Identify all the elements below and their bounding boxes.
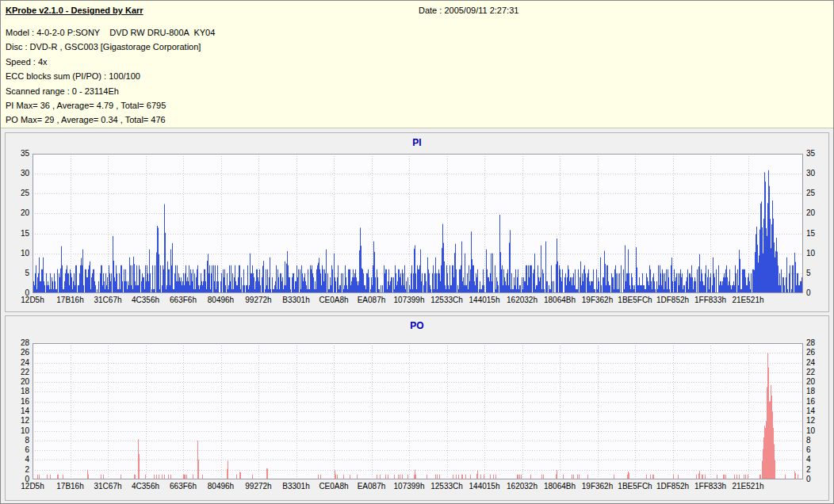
x-axis-tick-label: 663F6h	[170, 482, 197, 491]
y-axis-tick-label: 24	[806, 358, 815, 367]
y-axis-tick-label: 18	[7, 387, 29, 395]
y-axis-tick-label: 18	[806, 387, 815, 395]
y-axis-tick-label: 20	[806, 208, 815, 217]
x-axis-tick-label: 17B16h	[56, 296, 83, 304]
y-axis-tick-label: 22	[7, 368, 29, 376]
y-axis-tick-label: 30	[806, 169, 815, 178]
x-axis-tick-label: 4C356h	[132, 482, 159, 491]
x-axis-tick-label: 19F362h	[582, 482, 613, 491]
y-axis-tick-label: 8	[806, 436, 811, 445]
x-axis-tick-label: 1DF852h	[656, 296, 689, 304]
pi-plot-canvas	[33, 154, 803, 293]
y-axis-tick-label: 5	[806, 269, 811, 277]
y-axis-tick-label: 20	[806, 377, 815, 386]
y-axis-tick-label: 6	[7, 445, 29, 454]
x-axis-tick-label: 144015h	[469, 482, 500, 491]
scan-info-line: PI Max= 36 , Average= 4.79 , Total= 6795	[6, 98, 215, 113]
scan-info-line: Scanned range : 0 - 23114Eh	[6, 84, 215, 98]
y-axis-tick-label: 16	[806, 397, 815, 406]
x-axis-tick-label: 19F362h	[582, 296, 613, 304]
y-axis-tick-label: 16	[7, 397, 29, 406]
y-axis-tick-label: 26	[806, 348, 815, 357]
y-axis-tick-label: 10	[7, 249, 29, 258]
scan-info-panel: KProbe v2.1.0 - Designed by Karr Date : …	[1, 1, 833, 128]
y-axis-tick-label: 4	[7, 455, 29, 464]
x-axis-tick-label: 18064Bh	[544, 482, 576, 491]
x-axis-tick-label: 1BE5FCh	[618, 482, 652, 491]
x-axis-tick-label: 162032h	[507, 296, 538, 304]
x-axis-tick-label: 1DF852h	[656, 482, 689, 491]
x-axis-tick-label: 107399h	[394, 296, 425, 304]
x-axis-tick-label: B3301h	[282, 482, 309, 491]
y-axis-tick-label: 25	[7, 189, 29, 197]
x-axis-tick-label: 1FF833h	[694, 296, 726, 304]
x-axis-tick-label: 31C67h	[94, 296, 121, 304]
y-axis-tick-label: 22	[806, 368, 815, 376]
x-axis-tick-label: 162032h	[507, 482, 538, 491]
x-axis-tick-label: 1FF833h	[694, 482, 726, 491]
y-axis-tick-label: 35	[806, 149, 815, 158]
x-axis-tick-label: 12533Ch	[430, 482, 463, 491]
y-axis-tick-label: 35	[7, 149, 29, 158]
y-axis-tick-label: 10	[7, 426, 29, 435]
x-axis-tick-label: 31C67h	[94, 482, 121, 491]
po-plot-area: 0022446688101012121414161618182020222224…	[6, 316, 828, 500]
y-axis-tick-label: 14	[7, 407, 29, 415]
pi-plot-area: 005510101515202025253030353512D5h17B16h3…	[6, 133, 828, 311]
y-axis-tick-label: 10	[806, 249, 815, 258]
x-axis-tick-label: 80496h	[208, 296, 234, 304]
x-axis-tick-label: B3301h	[282, 296, 309, 304]
y-axis-tick-label: 14	[806, 407, 815, 415]
x-axis-tick-label: CE0A8h	[319, 296, 348, 304]
x-axis-tick-label: 99272h	[245, 482, 271, 491]
x-axis-tick-label: EA087h	[358, 482, 386, 491]
y-axis-tick-label: 20	[7, 377, 29, 386]
y-axis-tick-label: 26	[7, 348, 29, 357]
po-chart-panel: PO 0022446688101012121414161618182020222…	[5, 315, 829, 501]
y-axis-tick-label: 4	[806, 455, 811, 464]
x-axis-tick-label: 17B16h	[56, 482, 83, 491]
y-axis-tick-label: 28	[7, 338, 29, 347]
y-axis-tick-label: 10	[806, 426, 815, 435]
y-axis-tick-label: 0	[806, 475, 811, 483]
y-axis-tick-label: 20	[7, 208, 29, 217]
scan-info-line: PO Max= 29 , Average= 0.34 , Total= 476	[6, 113, 215, 127]
x-axis-tick-label: 663F6h	[170, 296, 197, 304]
y-axis-tick-label: 5	[7, 269, 29, 277]
y-axis-tick-label: 28	[806, 338, 815, 347]
pi-chart-panel: PI 005510101515202025253030353512D5h17B1…	[5, 132, 829, 312]
x-axis-tick-label: 4C356h	[132, 296, 159, 304]
x-axis-tick-label: 12D5h	[21, 482, 44, 491]
y-axis-tick-label: 6	[806, 445, 811, 454]
x-axis-tick-label: 99272h	[245, 296, 271, 304]
y-axis-tick-label: 0	[806, 288, 811, 297]
scan-info-line: Disc : DVD-R , GSC003 [Gigastorage Corpo…	[6, 40, 215, 54]
scan-info-line: Model : 4-0-2-0 P:SONY DVD RW DRU-800A K…	[6, 25, 215, 40]
scan-info-line: ECC blocks sum (PI/PO) : 100/100	[6, 69, 215, 83]
y-axis-tick-label: 15	[7, 229, 29, 238]
x-axis-tick-label: CE0A8h	[319, 482, 348, 491]
y-axis-tick-label: 24	[7, 358, 29, 367]
x-axis-tick-label: 80496h	[208, 482, 234, 491]
x-axis-tick-label: 107399h	[394, 482, 425, 491]
scan-info-lines: Model : 4-0-2-0 P:SONY DVD RW DRU-800A K…	[6, 25, 215, 128]
kprobe-window: KProbe v2.1.0 - Designed by Karr Date : …	[0, 0, 834, 504]
scan-info-line: Speed : 4x	[6, 55, 215, 69]
po-plot-canvas	[33, 343, 803, 479]
y-axis-tick-label: 12	[806, 416, 815, 425]
app-title: KProbe v2.1.0 - Designed by Karr	[6, 6, 143, 15]
x-axis-tick-label: 21E521h	[732, 482, 763, 491]
y-axis-tick-label: 2	[806, 465, 811, 474]
y-axis-tick-label: 12	[7, 416, 29, 425]
x-axis-tick-label: 12533Ch	[430, 296, 463, 304]
y-axis-tick-label: 15	[806, 229, 815, 238]
x-axis-tick-label: 18064Bh	[544, 296, 576, 304]
y-axis-tick-label: 2	[7, 465, 29, 474]
y-axis-tick-label: 25	[806, 189, 815, 197]
x-axis-tick-label: 21E521h	[732, 296, 763, 304]
x-axis-tick-label: 1BE5FCh	[618, 296, 652, 304]
y-axis-tick-label: 8	[7, 436, 29, 445]
scan-date: Date : 2005/09/11 2:27:31	[419, 6, 518, 15]
y-axis-tick-label: 30	[7, 169, 29, 178]
x-axis-tick-label: 144015h	[469, 296, 500, 304]
